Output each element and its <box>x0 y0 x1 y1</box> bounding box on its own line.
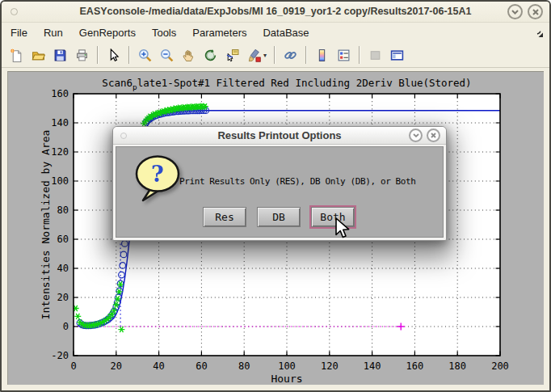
chevron-down-icon <box>511 10 519 15</box>
zoom-in-icon[interactable] <box>135 45 155 65</box>
question-bubble-icon: ? <box>132 154 186 207</box>
menu-file[interactable]: File <box>2 24 36 41</box>
svg-text:?: ? <box>151 162 164 187</box>
svg-text:200: 200 <box>491 360 509 372</box>
menu-genreports[interactable]: GenReports <box>71 24 144 41</box>
results-printout-dialog: Results Printout Options ? Print Results… <box>112 126 447 241</box>
svg-text:60: 60 <box>57 234 69 245</box>
svg-text:80: 80 <box>57 204 69 216</box>
minimize-button[interactable] <box>507 4 523 19</box>
new-figure-icon[interactable] <box>6 45 27 65</box>
svg-text:20: 20 <box>57 292 69 303</box>
hide-plot-tools-icon <box>365 45 385 65</box>
dialog-minimize-button[interactable] <box>409 129 423 142</box>
menu-overflow-arrow-icon[interactable] <box>536 28 544 40</box>
svg-text:180: 180 <box>448 360 466 372</box>
svg-text:0: 0 <box>63 321 69 332</box>
menu-tools[interactable]: Tools <box>144 24 184 41</box>
close-button[interactable] <box>528 4 543 19</box>
brush-data-icon[interactable] <box>244 45 264 65</box>
save-figure-icon[interactable] <box>50 45 70 65</box>
easyconsole-window: EASYconsole-/media/data/ExpJobs/MI 16_09… <box>0 0 551 392</box>
svg-text:160: 160 <box>406 360 424 372</box>
dialog-close-button[interactable] <box>427 129 440 142</box>
show-plot-tools-icon[interactable] <box>387 45 407 65</box>
svg-text:40: 40 <box>57 263 69 274</box>
close-icon <box>532 9 539 15</box>
svg-text:-20: -20 <box>51 350 69 361</box>
open-file-icon[interactable] <box>28 45 48 65</box>
toolbar-separator <box>128 46 130 64</box>
res-button[interactable]: Res <box>203 207 246 227</box>
figure-toolbar: ▾ <box>2 43 549 68</box>
svg-text:60: 60 <box>196 360 207 372</box>
svg-text:140: 140 <box>364 360 381 372</box>
toolbar-separator <box>305 46 307 64</box>
svg-text:40: 40 <box>153 360 164 372</box>
insert-colorbar-icon[interactable] <box>312 45 332 65</box>
svg-text:120: 120 <box>51 146 69 158</box>
brush-dropdown-caret[interactable]: ▾ <box>263 52 270 59</box>
window-titlebar: EASYconsole-/media/data/ExpJobs/MI 16_09… <box>2 2 549 23</box>
zoom-out-icon[interactable] <box>157 45 177 65</box>
chevron-down-icon <box>413 133 419 137</box>
svg-text:160: 160 <box>51 88 69 99</box>
edit-plot-arrow-icon[interactable] <box>103 45 124 65</box>
close-icon <box>431 133 436 138</box>
rotate-3d-icon[interactable] <box>200 45 221 65</box>
db-button[interactable]: DB <box>257 207 301 227</box>
pan-hand-icon[interactable] <box>179 45 199 65</box>
svg-text:100: 100 <box>278 360 296 372</box>
menu-database[interactable]: DataBase <box>254 24 317 41</box>
svg-text:140: 140 <box>51 117 69 129</box>
menubar: File Run GenReports Tools Parameters Dat… <box>2 23 549 43</box>
dialog-body: ? Print Results Only (RES), DB Only (DB)… <box>116 146 444 238</box>
dialog-message: Print Results Only (RES), DB Only (DB), … <box>179 176 415 187</box>
svg-text:20: 20 <box>111 360 122 372</box>
window-title: EASYconsole-/media/data/ExpJobs/MI 16_09… <box>2 6 549 17</box>
both-button[interactable]: Both <box>311 207 355 227</box>
toolbar-separator <box>274 46 276 64</box>
link-plot-icon[interactable] <box>280 45 301 65</box>
svg-text:80: 80 <box>238 360 250 372</box>
svg-text:120: 120 <box>321 360 339 372</box>
toolbar-separator <box>97 46 99 64</box>
insert-legend-icon[interactable] <box>334 45 354 65</box>
menu-run[interactable]: Run <box>36 24 71 41</box>
menu-parameters[interactable]: Parameters <box>184 24 254 41</box>
data-cursor-icon[interactable] <box>222 45 242 65</box>
dialog-title: Results Printout Options <box>113 129 446 141</box>
svg-text:100: 100 <box>51 175 69 187</box>
dialog-titlebar: Results Printout Options <box>113 127 446 145</box>
toolbar-separator <box>359 46 360 64</box>
print-figure-icon[interactable] <box>72 45 92 65</box>
svg-text:0: 0 <box>70 360 76 372</box>
